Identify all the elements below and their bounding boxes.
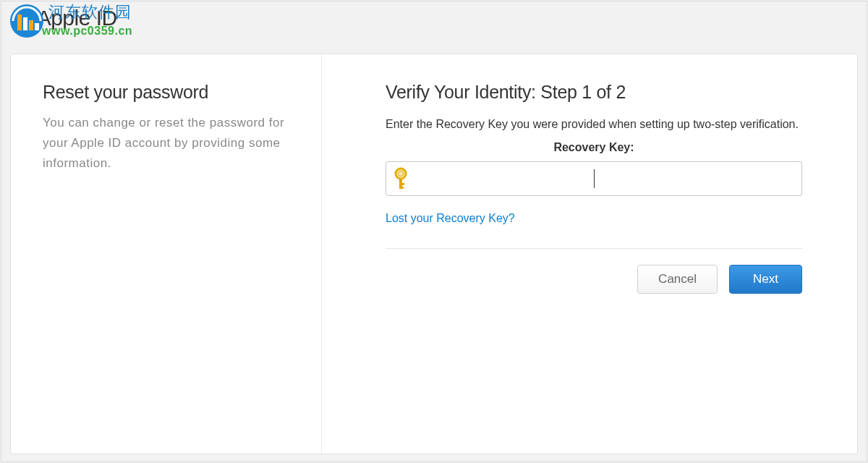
svg-rect-2: [23, 17, 27, 30]
divider: [386, 248, 802, 249]
svg-rect-4: [35, 23, 39, 30]
right-panel: Verify Your Identity: Step 1 of 2 Enter …: [322, 54, 857, 454]
reset-password-description: You can change or reset the password for…: [43, 113, 289, 174]
recovery-key-input[interactable]: [414, 164, 796, 193]
page-header: 河东软件园 www.pc0359.cn y Apple ID: [1, 1, 867, 54]
cancel-button[interactable]: Cancel: [637, 265, 718, 294]
content-card: Reset your password You can change or re…: [10, 54, 858, 454]
watermark-url-text: www.pc0359.cn: [42, 25, 132, 38]
page-wrapper: 河东软件园 www.pc0359.cn y Apple ID Reset you…: [1, 1, 867, 462]
action-button-row: Cancel Next: [386, 265, 802, 294]
text-caret: [594, 169, 595, 188]
reset-password-title: Reset your password: [43, 82, 289, 103]
verify-identity-title: Verify Your Identity: Step 1 of 2: [386, 82, 802, 103]
lost-recovery-key-link[interactable]: Lost your Recovery Key?: [386, 212, 515, 225]
recovery-key-label: Recovery Key:: [386, 141, 802, 154]
left-panel: Reset your password You can change or re…: [11, 54, 322, 454]
svg-rect-9: [399, 187, 404, 189]
watermark-cn-text: 河东软件园: [48, 1, 132, 23]
svg-rect-8: [399, 183, 404, 185]
next-button[interactable]: Next: [729, 265, 802, 294]
svg-rect-1: [17, 14, 22, 30]
key-icon: [392, 167, 409, 190]
svg-rect-3: [29, 20, 33, 30]
verify-instruction: Enter the Recovery Key you were provided…: [386, 116, 802, 132]
recovery-key-input-wrapper[interactable]: [386, 161, 802, 196]
svg-point-10: [396, 169, 406, 179]
